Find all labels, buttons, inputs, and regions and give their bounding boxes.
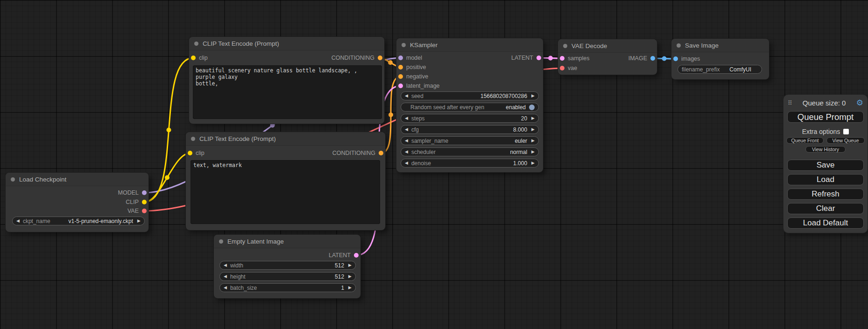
node-load-checkpoint[interactable]: Load Checkpoint MODEL CLIP VAE ◀ ckpt_na…: [6, 173, 148, 232]
node-collapse-dot-icon[interactable]: [219, 239, 223, 244]
node-collapse-dot-icon[interactable]: [191, 137, 195, 141]
input-slot-model[interactable]: model: [398, 54, 422, 62]
view-history-button[interactable]: View History: [805, 146, 846, 153]
widget-height[interactable]: ◀ height 512 ▶: [219, 272, 356, 281]
widget-ckpt-name[interactable]: ◀ ckpt_name v1-5-pruned-emaonly.ckpt ▶: [12, 217, 145, 225]
queue-prompt-button[interactable]: Queue Prompt: [787, 111, 864, 123]
widget-steps[interactable]: ◀ steps 20 ▶: [401, 114, 539, 123]
increment-arrow-icon[interactable]: ▶: [531, 139, 535, 143]
input-slot-samples[interactable]: samples: [560, 55, 590, 62]
increment-arrow-icon[interactable]: ▶: [348, 286, 352, 290]
node-title-bar[interactable]: CLIP Text Encode (Prompt): [189, 37, 384, 50]
increment-arrow-icon[interactable]: ▶: [531, 127, 535, 132]
decrement-arrow-icon[interactable]: ◀: [224, 274, 227, 279]
output-slot-conditioning[interactable]: CONDITIONING: [332, 54, 382, 62]
output-slot-model[interactable]: MODEL: [118, 189, 147, 196]
clip-socket-icon[interactable]: [142, 200, 147, 204]
refresh-button[interactable]: Refresh: [787, 189, 864, 200]
increment-arrow-icon[interactable]: ▶: [348, 274, 352, 279]
increment-arrow-icon[interactable]: ▶: [531, 116, 535, 120]
node-title-bar[interactable]: KSampler: [396, 38, 543, 52]
decrement-arrow-icon[interactable]: ◀: [405, 116, 408, 120]
node-collapse-dot-icon[interactable]: [11, 177, 15, 182]
widget-denoise[interactable]: ◀ denoise 1.000 ▶: [401, 159, 539, 168]
input-slot-clip[interactable]: clip: [188, 149, 205, 157]
conditioning-socket-icon[interactable]: [378, 56, 382, 60]
output-slot-image[interactable]: IMAGE: [628, 55, 655, 62]
image-socket-icon[interactable]: [650, 56, 655, 61]
clear-button[interactable]: Clear: [787, 203, 864, 214]
latent-socket-icon[interactable]: [536, 56, 541, 60]
decrement-arrow-icon[interactable]: ◀: [224, 263, 227, 267]
toggle-enabled-icon[interactable]: [529, 105, 535, 110]
input-slot-latent-image[interactable]: latent_image: [398, 82, 440, 90]
decrement-arrow-icon[interactable]: ◀: [405, 139, 408, 143]
decrement-arrow-icon[interactable]: ◀: [224, 286, 227, 290]
latent-socket-icon[interactable]: [398, 84, 403, 88]
latent-socket-icon[interactable]: [560, 56, 565, 61]
model-socket-icon[interactable]: [398, 56, 403, 60]
extra-options-checkbox[interactable]: [843, 129, 849, 134]
widget-cfg[interactable]: ◀ cfg 8.000 ▶: [401, 125, 539, 134]
save-button[interactable]: Save: [787, 160, 864, 171]
node-collapse-dot-icon[interactable]: [677, 43, 681, 48]
node-title-bar[interactable]: Load Checkpoint: [6, 173, 148, 186]
decrement-arrow-icon[interactable]: ◀: [405, 127, 408, 132]
output-slot-conditioning[interactable]: CONDITIONING: [332, 149, 383, 157]
conditioning-socket-icon[interactable]: [379, 151, 383, 155]
node-collapse-dot-icon[interactable]: [194, 42, 198, 46]
input-slot-negative[interactable]: negative: [398, 73, 428, 80]
node-clip-text-encode-negative[interactable]: CLIP Text Encode (Prompt) clip CONDITION…: [186, 132, 385, 230]
load-default-button[interactable]: Load Default: [787, 217, 864, 229]
vae-socket-icon[interactable]: [560, 66, 565, 70]
widget-batch-size[interactable]: ◀ batch_size 1 ▶: [219, 283, 356, 292]
clip-socket-icon[interactable]: [188, 151, 192, 155]
node-empty-latent-image[interactable]: Empty Latent Image LATENT ◀ width 512 ▶ …: [214, 235, 360, 298]
node-ksampler[interactable]: KSampler model positive negative latent_…: [396, 38, 543, 172]
output-slot-vae[interactable]: VAE: [127, 207, 147, 215]
increment-arrow-icon[interactable]: ▶: [137, 219, 141, 223]
widget-scheduler[interactable]: ◀ scheduler normal ▶: [401, 147, 539, 156]
load-button[interactable]: Load: [787, 174, 864, 185]
node-title-bar[interactable]: Save Image: [671, 39, 769, 52]
settings-gear-icon[interactable]: ⚙: [856, 99, 863, 107]
input-slot-clip[interactable]: clip: [191, 54, 208, 62]
widget-sampler-name[interactable]: ◀ sampler_name euler ▶: [401, 136, 539, 145]
widget-filename-prefix[interactable]: filename_prefix ComfyUI: [677, 65, 762, 74]
latent-socket-icon[interactable]: [354, 253, 359, 258]
node-title-bar[interactable]: VAE Decode: [558, 39, 657, 53]
clip-socket-icon[interactable]: [191, 56, 196, 60]
vae-socket-icon[interactable]: [142, 209, 147, 213]
queue-panel[interactable]: ⠿ Queue size: 0 ⚙ Queue Prompt Extra opt…: [783, 95, 868, 233]
widget-seed[interactable]: ◀ seed 156680208700286 ▶: [401, 91, 539, 100]
prompt-textarea[interactable]: beautiful scenery nature glass bottle la…: [193, 65, 382, 119]
image-socket-icon[interactable]: [673, 56, 678, 61]
output-slot-clip[interactable]: CLIP: [126, 198, 147, 206]
decrement-arrow-icon[interactable]: ◀: [405, 161, 408, 165]
node-graph-canvas[interactable]: Load Checkpoint MODEL CLIP VAE ◀ ckpt_na…: [0, 0, 868, 329]
increment-arrow-icon[interactable]: ▶: [348, 263, 352, 267]
widget-random-seed-toggle[interactable]: Random seed after every gen enabled: [401, 103, 539, 112]
increment-arrow-icon[interactable]: ▶: [531, 94, 535, 98]
conditioning-socket-icon[interactable]: [398, 74, 403, 79]
widget-width[interactable]: ◀ width 512 ▶: [219, 261, 356, 270]
input-slot-images[interactable]: images: [673, 55, 700, 63]
increment-arrow-icon[interactable]: ▶: [531, 161, 535, 165]
node-vae-decode[interactable]: VAE Decode samples vae IMAGE: [558, 39, 657, 75]
node-save-image[interactable]: Save Image images filename_prefix ComfyU…: [671, 39, 769, 79]
decrement-arrow-icon[interactable]: ◀: [16, 219, 20, 223]
view-queue-button[interactable]: View Queue: [826, 137, 865, 144]
node-title-bar[interactable]: Empty Latent Image: [214, 235, 360, 248]
node-clip-text-encode-positive[interactable]: CLIP Text Encode (Prompt) clip CONDITION…: [189, 37, 384, 124]
node-collapse-dot-icon[interactable]: [402, 43, 406, 47]
conditioning-socket-icon[interactable]: [398, 65, 403, 70]
queue-front-button[interactable]: Queue Front: [786, 137, 824, 144]
node-collapse-dot-icon[interactable]: [563, 44, 567, 48]
input-slot-positive[interactable]: positive: [398, 63, 426, 71]
increment-arrow-icon[interactable]: ▶: [531, 150, 535, 154]
output-slot-latent[interactable]: LATENT: [329, 252, 359, 259]
node-title-bar[interactable]: CLIP Text Encode (Prompt): [186, 132, 385, 146]
input-slot-vae[interactable]: vae: [560, 64, 577, 72]
decrement-arrow-icon[interactable]: ◀: [405, 150, 408, 154]
model-socket-icon[interactable]: [142, 190, 147, 195]
